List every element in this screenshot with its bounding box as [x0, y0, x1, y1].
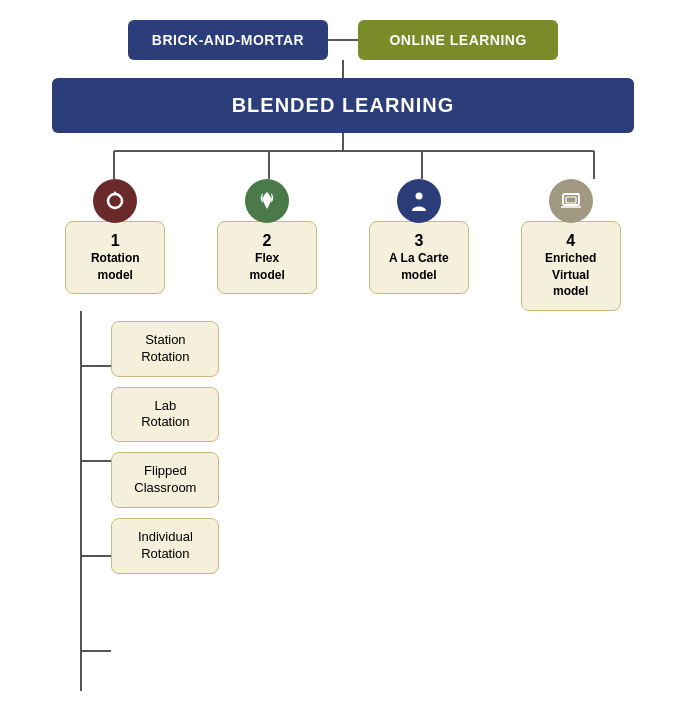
enriched-icon [549, 179, 593, 223]
model-alacarte: 3 A La Cartemodel [369, 179, 469, 294]
flex-icon [245, 179, 289, 223]
alacarte-icon [397, 179, 441, 223]
diagram: BRICK-AND-MORTAR ONLINE LEARNING BLENDED… [20, 20, 666, 574]
blended-v-connector [342, 133, 344, 151]
alacarte-name: A La Cartemodel [389, 251, 449, 282]
flex-number: 2 [232, 232, 302, 250]
rotation-name: Rotationmodel [91, 251, 140, 282]
flex-name: Flexmodel [249, 251, 284, 282]
online-learning-box: ONLINE LEARNING [358, 20, 558, 60]
flex-model-box: 2 Flexmodel [217, 221, 317, 294]
svg-point-9 [415, 193, 422, 200]
brick-and-mortar-box: BRICK-AND-MORTAR [128, 20, 328, 60]
svg-point-10 [557, 187, 585, 215]
rotation-number: 1 [80, 232, 150, 250]
model-enriched: 4 EnrichedVirtualmodel [521, 179, 621, 311]
rotation-icon [93, 179, 137, 223]
alacarte-model-box: 3 A La Cartemodel [369, 221, 469, 294]
h-connector [328, 39, 358, 41]
enriched-model-box: 4 EnrichedVirtualmodel [521, 221, 621, 311]
model-flex: 2 Flexmodel [217, 179, 317, 294]
enriched-number: 4 [536, 232, 606, 250]
rotation-model-box: 1 Rotationmodel [65, 221, 165, 294]
models-connector-svg [39, 151, 646, 181]
sub-connector-svg [81, 311, 141, 574]
blended-learning-box: BLENDED LEARNING [52, 78, 633, 133]
enriched-name: EnrichedVirtualmodel [545, 251, 596, 298]
alacarte-number: 3 [384, 232, 454, 250]
model-rotation: 1 Rotationmodel [65, 179, 165, 294]
top-v-connector [342, 60, 344, 78]
